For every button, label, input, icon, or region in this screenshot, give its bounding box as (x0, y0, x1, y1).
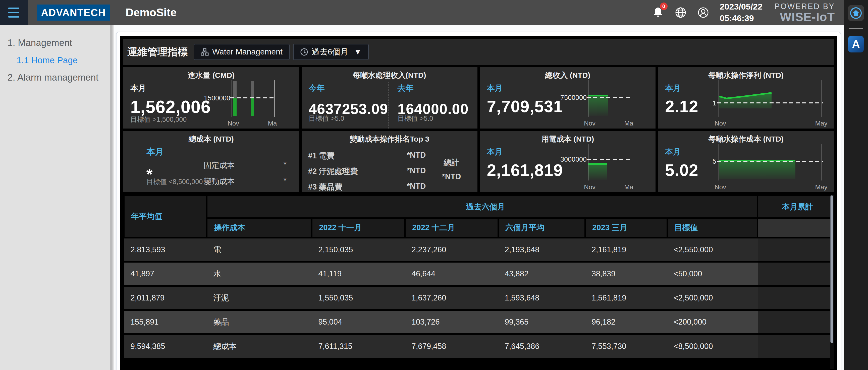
svg-text:Nov: Nov (584, 183, 595, 191)
cell-category: 電 (207, 238, 312, 262)
svg-text:3000000: 3000000 (560, 156, 587, 163)
cell-value: 2,150,035 (312, 238, 405, 262)
cell-annual: 9,594,385 (124, 334, 207, 358)
date-text: 2023/05/22 (720, 1, 763, 12)
time-text: 05:46:39 (720, 12, 763, 24)
app-shortcut-icon[interactable]: A (848, 36, 864, 53)
range-selector-dropdown[interactable]: 過去6個月 ▼ (293, 44, 369, 60)
datetime-display: 2023/05/22 05:46:39 (720, 1, 763, 24)
dashboard-header: 運維管理指標 Water Management (123, 39, 834, 65)
cell-annual: 2,011,879 (124, 286, 207, 310)
mini-area-chart: 5 Nov May (704, 142, 829, 192)
kpi-target: 目標值 >5.0 (398, 114, 433, 123)
kpi-period-label: 本月 (487, 83, 563, 93)
svg-text:5: 5 (713, 158, 716, 165)
chevron-down-icon: ▼ (354, 47, 362, 57)
col-header-2023-mar: 2023 三月 (585, 218, 667, 238)
cell-cumulative-empty (758, 238, 831, 262)
variable-cost-value: * (284, 176, 286, 187)
scope-selector-dropdown[interactable]: Water Management (194, 44, 289, 60)
kpi-card-inflow: 進水量 (CMD) 本月 1,562,006 目標值 >1,500,000 (123, 67, 299, 129)
sidebar-item-management[interactable]: 1. Management (7, 34, 114, 52)
language-globe-icon[interactable] (675, 6, 687, 19)
cell-target: <8,500,000 (667, 334, 758, 358)
site-title: DemoSite (126, 6, 177, 19)
col-header-target: 目標值 (667, 218, 758, 238)
col-header-annual-average: 年平均值 (124, 196, 207, 238)
kpi-period-label: 去年 (398, 83, 477, 94)
scope-selector-value: Water Management (212, 47, 283, 57)
ranking-divider (430, 145, 430, 186)
group-header-past-six-months: 過去六個月 (207, 196, 758, 218)
cell-cumulative-empty (758, 310, 831, 334)
sidebar-nav: 1. Management 1.1 Home Page 2. Alarm man… (0, 25, 114, 370)
rank-3-value: *NTD (407, 182, 426, 192)
kpi-value: 2,161,819 (487, 161, 563, 180)
kpi-this-year: 今年 4637253.09 目標值 >5.0 (302, 82, 389, 129)
cell-value: 7,553,730 (585, 334, 667, 358)
col-header-month-cumulative: 本月累計 (758, 196, 831, 218)
cell-category: 汙泥 (207, 286, 312, 310)
kpi-period-label: 本月 (147, 146, 163, 158)
svg-text:Nov: Nov (227, 120, 239, 127)
cell-value: 7,611,315 (312, 334, 405, 358)
col-header-blank (758, 218, 831, 238)
cell-value: 2,161,819 (585, 238, 667, 262)
cell-value: 95,004 (312, 310, 405, 334)
table-row-total-cost: 9,594,385 總成本 7,611,315 7,679,458 7,645,… (124, 334, 831, 358)
advantech-logo-text: ADVANTECH (41, 7, 105, 18)
cell-value: 43,882 (498, 262, 585, 286)
kpi-title: 總成本 (NTD) (123, 134, 299, 144)
variable-cost-label: 變動成本 (204, 176, 235, 187)
notification-bell-icon[interactable]: 0 (652, 6, 664, 19)
svg-text:Nov: Nov (715, 183, 726, 191)
mini-area-chart: 3000000 Nov May (556, 142, 633, 192)
clock-icon (300, 48, 308, 56)
cell-category: 總成本 (207, 334, 312, 358)
hamburger-menu-icon[interactable] (0, 0, 28, 25)
cell-value: 1,561,819 (585, 286, 667, 310)
cell-value: 7,645,386 (498, 334, 585, 358)
table-scrollbar-thumb[interactable] (830, 195, 833, 343)
ranking-total: 總計 *NTD (433, 156, 470, 184)
col-header-2022-dec: 2022 十二月 (405, 218, 498, 238)
sidebar-item-alarm-management[interactable]: 2. Alarm management (7, 69, 114, 86)
kpi-card-total-revenue: 總收入 (NTD) 本月 7,709,531 (480, 67, 656, 129)
rail-divider (849, 28, 863, 29)
kpi-card-variable-cost-ranking: 變動成本操作排名Top 3 #1 電費 *NTD #2 汙泥處理費 *NTD #… (302, 131, 477, 192)
table-scrollbar-track[interactable] (830, 195, 834, 369)
kpi-target: 目標值 >5.0 (309, 114, 344, 123)
notification-badge: 0 (660, 2, 668, 10)
wise-iot-brand-text: WISE-IoT (775, 11, 835, 23)
sidebar-item-home-page[interactable]: 1.1 Home Page (17, 52, 114, 69)
kpi-value: 2.12 (665, 97, 698, 116)
home-button[interactable] (848, 5, 864, 21)
svg-text:Nov: Nov (715, 120, 726, 127)
rank-2-label: #2 汙泥處理費 (308, 166, 358, 177)
cell-value: 1,550,035 (312, 286, 405, 310)
kpi-period-label: 本月 (130, 83, 211, 93)
sidebar-scrollbar[interactable] (110, 25, 113, 370)
svg-text:May: May (815, 120, 827, 127)
cost-table-panel: 年平均值 過去六個月 本月累計 操作成本 2022 十一月 2022 十二月 六… (123, 195, 834, 369)
cell-value: 38,839 (585, 262, 667, 286)
kpi-period-label: 今年 (309, 83, 389, 94)
kpi-last-year: 去年 164000.00 目標值 >5.0 (389, 82, 477, 129)
cell-cumulative-empty (758, 262, 831, 286)
svg-text:7500000: 7500000 (560, 94, 587, 101)
powered-by-brand: POWERED BY WISE-IoT (775, 2, 835, 23)
cell-target: <50,000 (667, 262, 758, 286)
svg-text:May: May (268, 120, 277, 127)
cell-annual: 2,813,593 (124, 238, 207, 262)
user-account-icon[interactable] (697, 6, 709, 19)
cell-value: 46,644 (405, 262, 498, 286)
kpi-value: 5.02 (665, 161, 698, 180)
col-header-operating-cost: 操作成本 (207, 218, 312, 238)
kpi-period-label: 本月 (665, 83, 698, 93)
cell-value: 1,593,648 (498, 286, 585, 310)
dashboard-title: 運維管理指標 (127, 45, 188, 59)
cell-cumulative-empty (758, 286, 831, 310)
dashboard-card: 運維管理指標 Water Management (116, 32, 841, 370)
kpi-card-net-profit-per-ton: 每噸水操作淨利 (NTD) 本月 2.12 1 (658, 67, 834, 129)
kpi-title: 每噸水處理收入(NTD) (302, 70, 477, 80)
